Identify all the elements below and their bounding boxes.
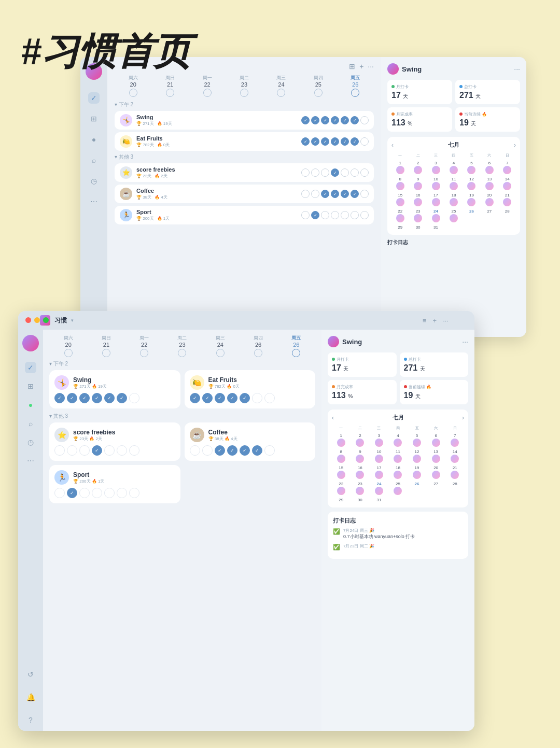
bs-grid[interactable]: ⊞ [25,380,36,392]
b-day-16: 16 [351,464,370,480]
add-icon[interactable]: + [359,62,363,70]
swing-name: Swing [136,114,301,120]
cs-2: ✓ [79,393,90,403]
cal-prev[interactable]: ‹ [391,142,394,149]
sidebar-icon-search[interactable]: ⌕ [88,154,100,166]
cal-day-17: 17 [427,192,444,207]
cal-next[interactable]: › [514,142,516,149]
bs-refresh[interactable]: ↺ [25,669,36,680]
traffic-light-red[interactable] [25,317,31,323]
log-entry-0: ✅ 7月24日 周三 🎉 0.7小时基本功 wanyuan+solo 打卡 [333,528,463,540]
b-cal-month: 七月 [393,414,404,421]
bs-dots[interactable]: ⋯ [25,455,36,467]
bottom-sidebar: ✓ ⊞ ● ⌕ ◷ ⋯ ↺ 🔔 ? [18,330,43,731]
habit-row-coffee[interactable]: ☕ Coffee 🏆 38天🔥 4天 ✓ ✓ ✓ ✓ [115,185,374,203]
b-cal-prev[interactable]: ‹ [332,414,334,421]
bs-bell[interactable]: 🔔 [25,691,36,703]
window-body: ✓ ⊞ ● ⌕ ◷ ⋯ ↺ 🔔 ? 周六 20 周日 21 [18,330,474,731]
traffic-light-green[interactable] [43,317,49,323]
more-btn[interactable]: ··· [443,317,449,324]
stats-grid: 月打卡 17 天 总打卡 271 天 月完成率 113 % 当前连续 🔥 19 … [387,80,520,132]
cal-day-15: 15 [391,192,409,207]
cal-day-30: 30 [409,224,426,231]
week-header: 周六 20 周日 21 周一 22 周二 23 周三 24 [115,75,374,97]
b-day-4: 4 [389,432,408,448]
b-stat-streak: 当前连续 🔥 19 天 [400,380,469,404]
sidebar-icon-grid[interactable]: ⊞ [88,113,100,124]
log-check-icon-1: ✅ [333,544,340,551]
habit-row-swing[interactable]: 🤸 Swing 🏆 271天🔥 19天 ✓ ✓ ✓ ✓ ✓ ✓ [115,111,374,130]
top-window: ✓ ⊞ ● ⌕ ◷ ⋯ ↺ ⊞ + ··· 周六 20 周日 21 [80,57,526,337]
card-coffee[interactable]: ☕ Coffee 🏆 38天 🔥 4天 ✓ ✓ ✓ ✓ [185,422,316,461]
bs-clock[interactable]: ◷ [25,436,36,448]
traffic-light-yellow[interactable] [34,317,40,323]
b-detail-more[interactable]: ··· [462,337,468,346]
b-day-25: 25 [389,481,408,496]
cef-2: ✓ [215,393,225,403]
add-btn[interactable]: + [433,317,437,324]
cal-day-26: 26 [463,208,480,223]
bs-search[interactable]: ⌕ [25,418,36,429]
habit-row-sport[interactable]: 🏃 Sport 🏆 200天🔥 1天 ✓ [115,206,374,224]
log-section: 打卡日志 ✅ 7月24日 周三 🎉 0.7小时基本功 wanyuan+solo … [328,512,468,559]
cef-6 [264,393,275,403]
sidebar-icon-clock[interactable]: ◷ [88,175,100,187]
b-day-27: 27 [427,481,445,496]
grid-icon[interactable]: ⊞ [349,62,355,70]
log-title: 打卡日志 [333,517,463,525]
bs-circle[interactable]: ● [25,399,36,411]
cef-0: ✓ [190,393,200,403]
sidebar-icon-circle[interactable]: ● [88,134,100,145]
detail-title: Swing [402,65,511,73]
habit-row-eatfruits[interactable]: 🍋 Eat Fruits 🏆 782天🔥 0天 ✓ ✓ ✓ ✓ ✓ ✓ [115,132,374,151]
swing-icon: 🤸 [120,114,132,126]
section-label-other: ▾ 其他 3 [115,153,374,161]
co-3: ✓ [331,190,339,198]
cal-day-18: 18 [445,192,462,207]
card-sport[interactable]: 🏃 Sport 🏆 200天 🔥 1天 ✓ [49,465,180,503]
sidebar-icon-check[interactable]: ✓ [88,92,100,104]
check-2: ✓ [321,116,329,124]
cef-1: ✓ [202,393,213,403]
csp-0 [54,488,65,498]
card-scorefreebies[interactable]: ⭐ score freebies 🏆 23天 🔥 2天 ✓ [49,422,180,461]
ef-check-5: ✓ [351,137,359,146]
cal-day-8: 8 [391,176,409,191]
b-day-22: 22 [332,481,351,496]
cal-header: ‹ 七月 › [391,141,516,149]
detail-more-icon[interactable]: ··· [514,65,520,73]
cal-day-14: 14 [499,176,516,191]
b-day-11: 11 [389,448,408,464]
sidebar-icon-dots[interactable]: ⋯ [88,196,100,207]
cef-5 [252,393,262,403]
check-1: ✓ [311,116,319,124]
top-detail-panel: Swing ··· 月打卡 17 天 总打卡 271 天 月完成率 113 % … [381,57,526,337]
b-day-18: 18 [389,464,408,480]
habit-row-scorefreebies[interactable]: ⭐ score freebies 🏆 23天🔥 2天 ✓ [115,163,374,182]
more-icon[interactable]: ··· [368,62,374,70]
bottom-window: 习惯 ▾ ≡ + ··· ✓ ⊞ ● ⌕ ◷ ⋯ ↺ 🔔 ? 周六 [18,311,474,731]
card-swing[interactable]: 🤸 Swing 🏆 271天 🔥 19天 ✓ ✓ ✓ ✓ ✓ ✓ [49,370,180,408]
bw-circle-0 [64,349,73,357]
cal-day-11: 11 [445,176,462,191]
cs-1: ✓ [67,393,77,403]
scorefreebies-stats: 🏆 23天🔥 2天 [136,173,301,179]
log-date-0: 7月24日 周三 🎉 [343,528,415,533]
bs-help[interactable]: ? [25,714,36,726]
log-date-1: 7月23日 周二 🎉 [343,543,374,549]
cal-day-31: 31 [427,224,444,231]
eatfruits-info: Eat Fruits 🏆 782天🔥 0天 [136,135,301,148]
b-cal-next[interactable]: › [462,414,464,421]
cef-3: ✓ [227,393,237,403]
ef-check-1: ✓ [311,137,319,146]
card-eatfruits[interactable]: 🍋 Eat Fruits 🏆 782天 🔥 0天 ✓ ✓ ✓ ✓ ✓ [185,370,316,408]
b-day-21: 21 [445,464,464,480]
coffee-info: Coffee 🏆 38天🔥 4天 [136,188,301,200]
bs-check[interactable]: ✓ [25,362,36,373]
b-stat-total: 总打卡 271 天 [400,352,469,377]
co-6 [360,190,369,198]
card-coffee-checks: ✓ ✓ ✓ ✓ [190,445,311,456]
list-icon[interactable]: ≡ [423,317,427,324]
cc-2: ✓ [215,445,225,456]
cef-4: ✓ [240,393,250,403]
